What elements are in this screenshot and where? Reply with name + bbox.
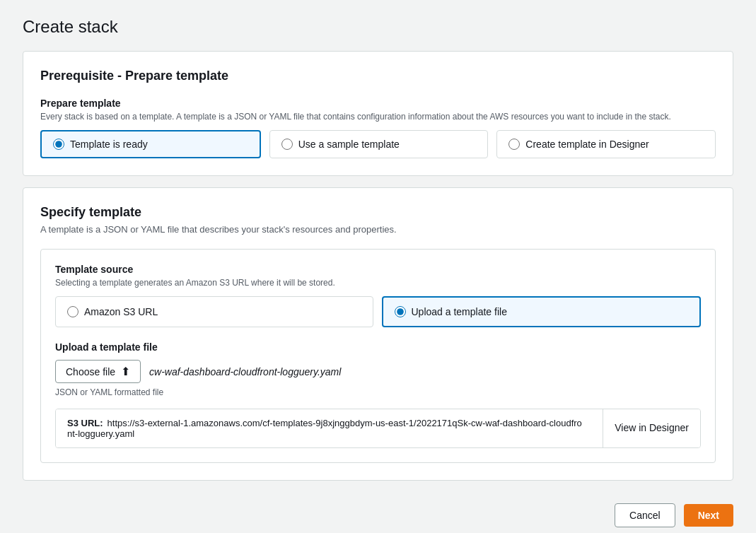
radio-sample-template[interactable] — [281, 139, 293, 150]
option-template-ready-label: Template is ready — [70, 139, 148, 150]
radio-s3-url[interactable] — [67, 306, 78, 317]
view-in-designer-button[interactable]: View in Designer — [603, 409, 700, 447]
prepare-template-section: Prepare template Every stack is based on… — [40, 98, 716, 158]
specify-template-card: Specify template A template is a JSON or… — [23, 187, 733, 481]
upload-section: Upload a template file Choose file ⬆ cw-… — [55, 341, 701, 397]
option-designer-label: Create template in Designer — [525, 139, 649, 150]
page-container: Create stack Prerequisite - Prepare temp… — [0, 0, 756, 533]
s3-url-content: S3 URL:https://s3-external-1.amazonaws.c… — [56, 409, 603, 447]
option-upload-file-label: Upload a template file — [412, 306, 507, 317]
upload-row: Choose file ⬆ cw-waf-dashboard-cloudfron… — [55, 360, 701, 383]
specify-card-desc: A template is a JSON or YAML file that d… — [40, 224, 716, 235]
footer: Cancel Next — [23, 492, 733, 533]
prepare-template-desc: Every stack is based on a template. A te… — [40, 112, 716, 122]
radio-template-ready[interactable] — [53, 139, 64, 150]
next-button[interactable]: Next — [684, 504, 733, 527]
s3-url-label: S3 URL: — [67, 418, 103, 428]
option-designer[interactable]: Create template in Designer — [496, 130, 716, 158]
prerequisite-card-title: Prerequisite - Prepare template — [40, 69, 716, 83]
upload-icon: ⬆ — [121, 365, 130, 378]
option-sample-template[interactable]: Use a sample template — [269, 130, 489, 158]
choose-file-label: Choose file — [66, 366, 115, 377]
option-upload-file[interactable]: Upload a template file — [382, 296, 702, 327]
specify-card-title: Specify template — [40, 205, 716, 220]
choose-file-button[interactable]: Choose file ⬆ — [55, 360, 141, 383]
page-title: Create stack — [23, 17, 733, 37]
s3-url-row: S3 URL:https://s3-external-1.amazonaws.c… — [55, 409, 701, 448]
prerequisite-card: Prerequisite - Prepare template Prepare … — [23, 51, 733, 176]
prepare-template-options: Template is ready Use a sample template … — [40, 130, 716, 158]
upload-section-label: Upload a template file — [55, 341, 701, 353]
template-source-hint: Selecting a template generates an Amazon… — [55, 278, 701, 288]
cancel-button[interactable]: Cancel — [615, 503, 675, 527]
radio-designer[interactable] — [508, 139, 520, 150]
s3-url-value: https://s3-external-1.amazonaws.com/cf-t… — [67, 418, 582, 439]
option-template-ready[interactable]: Template is ready — [40, 130, 261, 158]
prepare-template-label: Prepare template — [40, 98, 716, 109]
template-source-label: Template source — [55, 264, 701, 275]
file-format-hint: JSON or YAML formatted file — [55, 387, 701, 397]
option-s3-url[interactable]: Amazon S3 URL — [55, 296, 373, 327]
inner-section: Template source Selecting a template gen… — [40, 249, 716, 463]
radio-upload-file[interactable] — [395, 306, 406, 317]
option-s3-url-label: Amazon S3 URL — [84, 306, 158, 317]
option-sample-template-label: Use a sample template — [298, 139, 400, 150]
uploaded-file-name: cw-waf-dashboard-cloudfront-logguery.yam… — [149, 366, 341, 377]
template-source-options: Amazon S3 URL Upload a template file — [55, 296, 701, 327]
